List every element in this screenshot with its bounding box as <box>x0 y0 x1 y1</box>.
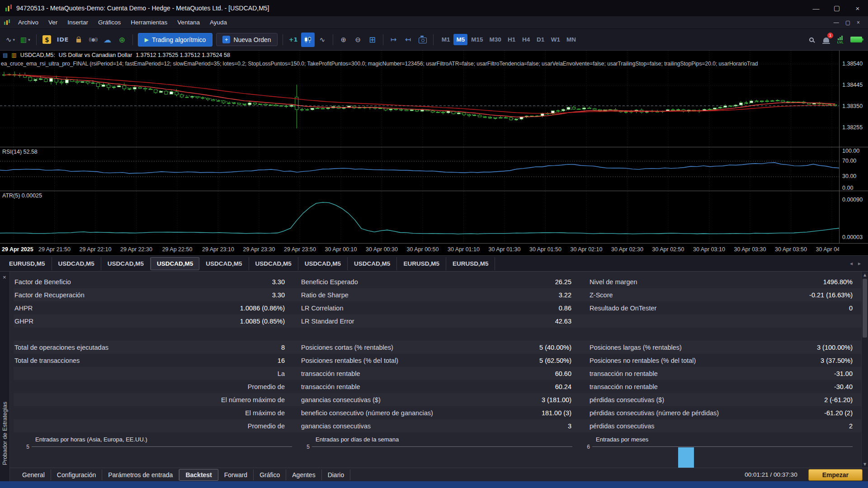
screenshot-button[interactable] <box>416 33 429 47</box>
community-button[interactable]: ⊕ <box>115 33 129 47</box>
menu-item-insertar[interactable]: Insertar <box>62 17 93 28</box>
chart-tab[interactable]: EURUSD,M5 <box>397 257 446 270</box>
time-axis-label: 30 Apr 00:10 <box>325 246 357 253</box>
maximize-button[interactable]: ▢ <box>826 0 847 16</box>
time-axis[interactable]: 29 Apr 202529 Apr 21:5029 Apr 22:1029 Ap… <box>0 243 868 255</box>
notifications-button[interactable]: 1 <box>819 33 833 47</box>
timeframe-m5[interactable]: M5 <box>453 34 467 45</box>
vertical-scrollbar[interactable]: ▲ ▼ <box>861 272 868 468</box>
mdi-restore-icon[interactable]: ▢ <box>845 19 850 26</box>
zoom-in-button[interactable]: ⊕ <box>337 33 350 47</box>
zoom-out-button[interactable]: ⊖ <box>351 33 365 47</box>
rsi-indicator-panel: RSI(14) 52.58 100.0070.0030.000.00 <box>0 147 868 191</box>
close-button[interactable]: × <box>847 0 868 16</box>
rsi-scale-label: 30.00 <box>842 173 856 179</box>
timeframe-m15[interactable]: M15 <box>468 34 486 45</box>
tab-next-icon[interactable]: ▸ <box>858 260 861 267</box>
market-button[interactable]: $ <box>40 33 54 47</box>
stat-label: transacción no rentable <box>571 383 779 390</box>
chart-tab[interactable]: USDCAD,M5 <box>199 257 249 270</box>
levels-button[interactable]: LVL <box>834 33 847 47</box>
zoom-out-icon: ⊖ <box>355 36 361 44</box>
battery-icon <box>850 37 862 42</box>
tester-tab-configuraci-n[interactable]: Configuración <box>51 469 102 480</box>
algo-trading-button[interactable]: ▶Trading algorítmico <box>138 33 213 47</box>
chart-tab[interactable]: USDCAD,M5 <box>52 257 101 270</box>
timeframe-h1[interactable]: H1 <box>505 34 519 45</box>
timeframe-h4[interactable]: H4 <box>519 34 533 45</box>
price-scale[interactable]: 1.385401.384451.383501.38255 <box>839 51 868 147</box>
timeframe-mn[interactable]: MN <box>564 34 579 45</box>
chart-tab[interactable]: EURUSD,M5 <box>446 257 495 270</box>
rsi-scale[interactable]: 100.0070.0030.000.00 <box>839 147 868 191</box>
chart-tab[interactable]: USDCAD,M5 <box>249 257 298 270</box>
chart-tab[interactable]: USDCAD,M5 <box>101 257 151 270</box>
tester-tab-general[interactable]: General <box>16 469 51 480</box>
stat-value: 3.30 <box>209 278 285 286</box>
ide-button[interactable]: IDE <box>55 33 71 47</box>
connection-button[interactable] <box>848 33 864 47</box>
menu-item-ventana[interactable]: Ventana <box>172 17 205 28</box>
start-button[interactable]: Empezar <box>808 469 863 481</box>
scroll-down-icon[interactable]: ▼ <box>862 462 868 466</box>
play-icon: ▶ <box>145 37 149 43</box>
candlestick-icon <box>304 36 312 43</box>
stat-label: Total de operaciones ejecutadas <box>14 344 209 351</box>
chart-tab[interactable]: EURUSD,M5 <box>3 257 52 270</box>
tester-tab-forward[interactable]: Forward <box>218 469 254 480</box>
menu-item-archivo[interactable]: Archivo <box>13 17 43 28</box>
chart-shift-button[interactable]: ↦ <box>387 33 401 47</box>
line-mode-button[interactable]: ∿ <box>316 33 329 47</box>
atr-chart[interactable] <box>0 191 839 243</box>
tester-tab-gr-fico[interactable]: Gráfico <box>254 469 286 480</box>
cloud-button[interactable]: ☁ <box>101 33 114 47</box>
rsi-plot[interactable]: RSI(14) 52.58 <box>0 147 839 191</box>
chart-type-button[interactable]: ∿▾ <box>4 33 17 47</box>
tile-windows-button[interactable]: ⊞ <box>366 33 379 47</box>
atr-scale[interactable]: 0.000900.00003 <box>839 191 868 243</box>
lock-button[interactable] <box>72 33 85 47</box>
chart-menu-icon <box>4 19 10 26</box>
tester-tab-backtest[interactable]: Backtest <box>179 469 218 481</box>
toolbar-separator <box>333 34 333 45</box>
scrollbar-thumb[interactable] <box>863 279 867 338</box>
stat-label: pérdidas consecutivas (número de pérdida… <box>571 409 779 417</box>
new-chart-button[interactable]: ▥▾ <box>18 33 33 47</box>
histogram-title: Entradas por meses <box>596 436 853 443</box>
chart-tab[interactable]: USDCAD,M5 <box>151 257 199 270</box>
globe-add-icon: ⊕ <box>119 35 125 44</box>
menu-item-gráficos[interactable]: Gráficos <box>93 17 126 28</box>
signals-button[interactable]: ((●)) <box>86 33 100 47</box>
auto-scroll-button[interactable]: ↤ <box>401 33 415 47</box>
scroll-up-icon[interactable]: ▲ <box>862 273 868 277</box>
menu-item-ver[interactable]: Ver <box>43 17 62 28</box>
stat-row: Total de transacciones16Posiciones renta… <box>14 354 868 367</box>
tester-tab-diario[interactable]: Diario <box>322 469 351 480</box>
rsi-chart[interactable] <box>0 147 839 191</box>
mdi-minimize-icon[interactable]: — <box>834 19 839 26</box>
new-order-button[interactable]: +Nueva Orden <box>216 33 277 46</box>
price-scale-label: 1.38350 <box>842 103 863 109</box>
stat-value: -30.40 <box>779 383 868 390</box>
close-panel-icon[interactable]: × <box>3 274 6 281</box>
timeframe-m30[interactable]: M30 <box>486 34 504 45</box>
time-axis-label: 30 Apr 01:50 <box>529 246 561 253</box>
menu-item-ayuda[interactable]: Ayuda <box>205 17 232 28</box>
price-chart-plot[interactable]: ▤ ▥ USDCAD,M5: US Dollar vs Canadian Dol… <box>0 51 839 147</box>
search-button[interactable] <box>805 33 818 47</box>
candle-chart-button[interactable] <box>301 33 315 47</box>
chart-tab[interactable]: USDCAD,M5 <box>298 257 348 270</box>
minimize-button[interactable]: — <box>806 0 826 16</box>
stat-value: 26.25 <box>488 278 571 286</box>
atr-plot[interactable]: ATR(5) 0.00025 <box>0 191 839 243</box>
tester-tab-agentes[interactable]: Agentes <box>286 469 321 480</box>
chart-tab[interactable]: USDCAD,M5 <box>348 257 397 270</box>
crosshair-button[interactable]: +1 <box>287 33 300 47</box>
mdi-close-icon[interactable]: × <box>857 19 860 26</box>
menu-item-herramientas[interactable]: Herramientas <box>126 17 172 28</box>
timeframe-m1[interactable]: M1 <box>439 34 453 45</box>
timeframe-d1[interactable]: D1 <box>534 34 547 45</box>
timeframe-w1[interactable]: W1 <box>548 34 563 45</box>
tab-prev-icon[interactable]: ◂ <box>850 260 853 267</box>
tester-tab-par-metros-de-entrada[interactable]: Parámetros de entrada <box>102 469 179 480</box>
